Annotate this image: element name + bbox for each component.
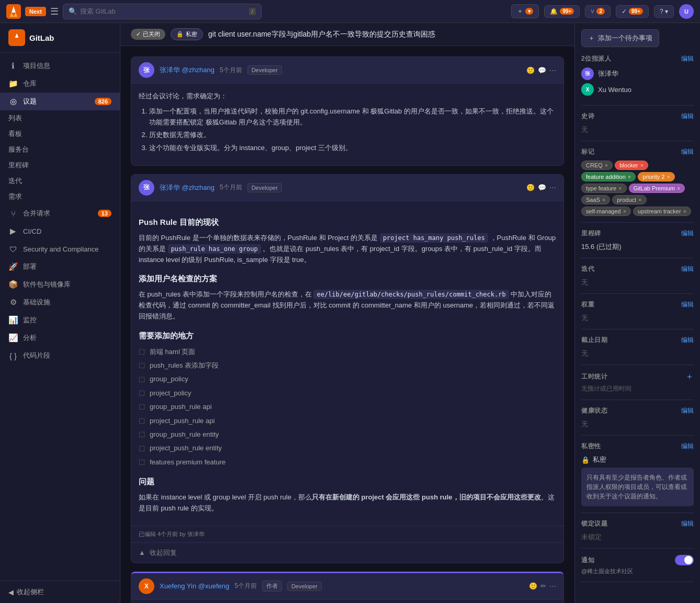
more-icon-2[interactable]: ⋯ xyxy=(549,184,556,191)
tag-close-icon[interactable]: × xyxy=(618,185,622,191)
issues-btn[interactable]: ✓ 99+ xyxy=(616,5,649,18)
comment-header-1: 张 张泽华 @zhzhang 5个月前 Developer 🙂 💬 ⋯ xyxy=(131,57,563,84)
tag-priority-2[interactable]: priority 2 × xyxy=(638,172,675,181)
sidebar-item-deploy[interactable]: 🚀 部署 xyxy=(0,258,120,276)
rs-lock-section: 锁定议题 编辑 未锁定 xyxy=(581,519,694,549)
rs-assignees-edit[interactable]: 编辑 xyxy=(681,54,694,63)
tag-close-icon[interactable]: × xyxy=(640,162,643,168)
rs-privacy-edit[interactable]: 编辑 xyxy=(681,442,694,451)
reply-icon[interactable]: 💬 xyxy=(538,66,546,74)
rs-weight-edit[interactable]: 编辑 xyxy=(681,300,694,309)
sidebar-item-packages[interactable]: 📦 软件包与镜像库 xyxy=(0,276,120,293)
issues-icon: ◎ xyxy=(8,97,18,106)
tag-type-feature[interactable]: type feature × xyxy=(581,184,627,193)
tag-creq[interactable]: CREQ × xyxy=(581,161,613,170)
rs-health-edit[interactable]: 编辑 xyxy=(681,406,694,415)
create-badge: ▾ xyxy=(525,8,533,15)
sidebar-item-security[interactable]: 🛡 Security and Compliance xyxy=(0,240,120,258)
tag-close-icon[interactable]: × xyxy=(667,174,670,180)
rs-iteration-edit[interactable]: 编辑 xyxy=(681,265,694,274)
emoji-icon-3[interactable]: 🙂 xyxy=(529,582,537,590)
rs-duedate-edit[interactable]: 编辑 xyxy=(681,336,694,345)
notifications-btn[interactable]: 🔔 99+ xyxy=(544,5,580,18)
sidebar: GitLab ℹ 项目信息 📁 仓库 ◎ 议题 826 列表 看板 xyxy=(0,23,120,603)
edit-icon[interactable]: ✏ xyxy=(540,582,546,590)
more-icon[interactable]: ⋯ xyxy=(549,66,556,74)
search-input[interactable] xyxy=(80,7,246,15)
sidebar-item-snippets[interactable]: { } 代码片段 xyxy=(0,347,120,365)
tag-blocker[interactable]: blocker × xyxy=(615,161,648,170)
collapse-label: 收起侧栏 xyxy=(17,587,44,597)
next-button[interactable]: Next xyxy=(25,7,46,16)
rs-labels-edit[interactable]: 编辑 xyxy=(681,147,694,156)
rs-health-label: 健康状态 xyxy=(581,406,607,415)
todo-add-btn[interactable]: ＋ 添加一个待办事项 xyxy=(581,29,659,47)
checkbox-item[interactable]: 前端 haml 页面 xyxy=(139,346,556,358)
hamburger-icon[interactable]: ☰ xyxy=(50,6,59,17)
rs-milestone-edit[interactable]: 编辑 xyxy=(681,229,694,238)
sidebar-item-milestone[interactable]: 里程碑 xyxy=(0,157,120,173)
emoji-icon[interactable]: 🙂 xyxy=(526,66,535,74)
tag-close-icon[interactable]: × xyxy=(677,185,680,191)
tag-product[interactable]: product × xyxy=(612,195,646,204)
checkbox-item[interactable]: push_rules 表添加字段 xyxy=(139,360,556,371)
tag-self-managed[interactable]: self-managed × xyxy=(581,207,631,216)
collapse-icon: ◀ xyxy=(8,588,14,596)
rs-time-add-icon[interactable]: ＋ xyxy=(685,371,694,382)
checkbox-item[interactable]: group_policy xyxy=(139,374,556,385)
collapse-replies-label: 收起回复 xyxy=(150,548,177,558)
reply-icon-2[interactable]: 💬 xyxy=(538,184,546,191)
checkbox-item[interactable]: features premium feature xyxy=(139,457,556,468)
rs-lock-edit[interactable]: 编辑 xyxy=(681,519,694,528)
tag-close-icon[interactable]: × xyxy=(638,197,641,203)
checkbox-item[interactable]: group_push_rule entity xyxy=(139,429,556,440)
rs-notify-section: 通知 @稀土掘金技术社区 xyxy=(581,555,694,582)
sidebar-item-cicd[interactable]: ▶ CI/CD xyxy=(0,222,120,240)
tag-upstream-tracker[interactable]: upstream tracker × xyxy=(633,207,691,216)
sidebar-item-project-info[interactable]: ℹ 项目信息 xyxy=(0,57,120,75)
sidebar-item-list[interactable]: 列表 xyxy=(0,110,120,126)
sub-comment-card: X Xuefeng Yin @xuefeng 5个月前 作者 Developer… xyxy=(131,572,564,603)
tag-close-icon[interactable]: × xyxy=(683,208,686,214)
tag-close-icon[interactable]: × xyxy=(628,174,631,180)
rs-assignee-1: 张 张泽华 xyxy=(581,67,694,80)
tags-container: CREQ ×blocker ×feature addition ×priorit… xyxy=(581,161,694,216)
sidebar-collapse-btn[interactable]: ◀ 收起侧栏 xyxy=(8,587,111,597)
tag-feature-addition[interactable]: feature addition × xyxy=(581,172,636,181)
sidebar-item-infrastructure[interactable]: ⚙ 基础设施 xyxy=(0,293,120,311)
rs-weight-section: 权重 编辑 无 xyxy=(581,300,694,329)
sidebar-item-merge-requests[interactable]: ⑂ 合并请求 13 xyxy=(0,204,120,222)
sidebar-item-service-desk[interactable]: 服务台 xyxy=(0,142,120,157)
sidebar-item-analytics[interactable]: 📈 分析 xyxy=(0,329,120,347)
help-btn[interactable]: ? ▾ xyxy=(654,5,674,18)
create-btn[interactable]: ＋ ▾ xyxy=(511,4,539,18)
sidebar-item-monitor[interactable]: 📊 监控 xyxy=(0,311,120,329)
search-bar[interactable]: 🔍 / xyxy=(63,4,262,19)
more-icon-3[interactable]: ⋯ xyxy=(549,582,556,590)
tag-saas[interactable]: SaaS × xyxy=(581,195,610,204)
sidebar-item-requirement[interactable]: 需求 xyxy=(0,189,120,204)
sidebar-item-repo[interactable]: 📁 仓库 xyxy=(0,75,120,93)
checkbox-item[interactable]: group_push_rule api xyxy=(139,401,556,413)
checkbox-item[interactable]: project_push_rule api xyxy=(139,415,556,427)
tag-close-icon[interactable]: × xyxy=(623,208,626,214)
sidebar-item-issues[interactable]: ◎ 议题 826 xyxy=(0,93,120,110)
checkbox-item[interactable]: project_policy xyxy=(139,388,556,399)
merge-requests-btn[interactable]: ⑂ 2 xyxy=(585,5,611,18)
sidebar-item-board[interactable]: 看板 xyxy=(0,126,120,142)
sidebar-label-service-desk: 服务台 xyxy=(8,145,111,154)
tag-gitlab-premium[interactable]: GitLab Premium × xyxy=(629,184,685,193)
collapse-replies-btn[interactable]: ▲ 收起回复 xyxy=(131,542,563,563)
user-avatar[interactable]: U xyxy=(679,4,694,19)
rs-epic-section: 史诗 编辑 无 xyxy=(581,112,694,141)
checkbox-item[interactable]: project_push_rule entity xyxy=(139,443,556,454)
tag-close-icon[interactable]: × xyxy=(602,197,605,203)
sidebar-label-infrastructure: 基础设施 xyxy=(23,298,111,307)
sidebar-item-iteration[interactable]: 迭代 xyxy=(0,173,120,189)
emoji-icon-2[interactable]: 🙂 xyxy=(526,184,535,191)
tag-close-icon[interactable]: × xyxy=(605,162,608,168)
notification-toggle[interactable] xyxy=(675,555,694,565)
comment-role-2: Developer xyxy=(247,183,282,192)
rs-epic-edit[interactable]: 编辑 xyxy=(681,112,694,121)
rs-assignees-section: 2位指派人 编辑 张 张泽华 X Xu Wentuo xyxy=(581,54,694,106)
